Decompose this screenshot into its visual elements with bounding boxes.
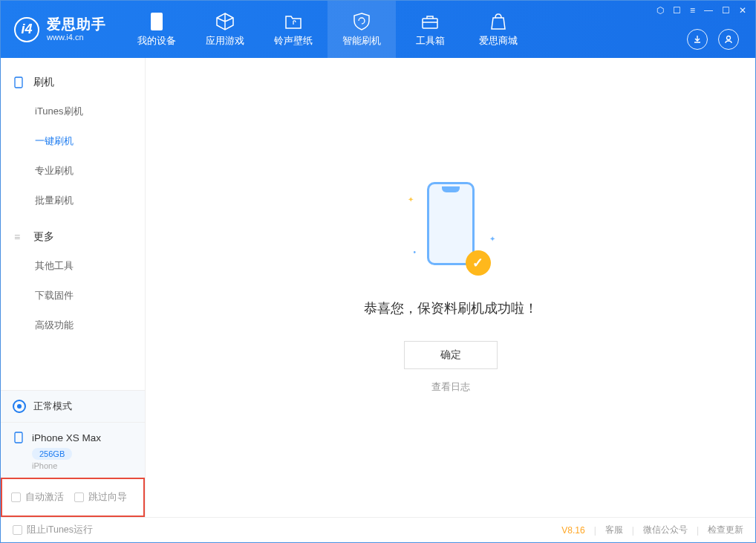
device-card[interactable]: iPhone XS Max 256GB iPhone <box>1 422 145 478</box>
section-label: 刷机 <box>33 76 54 89</box>
success-message: 恭喜您，保资料刷机成功啦！ <box>364 299 538 317</box>
options-row: 自动激活 跳过向导 <box>1 478 145 517</box>
tab-flash[interactable]: 智能刷机 <box>328 1 396 58</box>
phone-icon <box>14 77 26 88</box>
device-phone-icon <box>13 432 25 443</box>
nav-tabs: 我的设备 应用游戏 铃声壁纸 智能刷机 工具箱 爱思商城 <box>123 1 532 58</box>
close-button[interactable]: ✕ <box>739 5 746 16</box>
support-link[interactable]: 客服 <box>605 524 623 536</box>
wechat-link[interactable]: 微信公众号 <box>643 524 688 536</box>
sidebar-item-pro-flash[interactable]: 专业刷机 <box>1 156 145 186</box>
svg-rect-0 <box>151 13 163 30</box>
svg-rect-1 <box>423 19 437 28</box>
download-button[interactable] <box>687 29 708 50</box>
tab-label: 我的设备 <box>137 35 176 48</box>
sidebar-item-batch-flash[interactable]: 批量刷机 <box>1 186 145 215</box>
version-label: V8.16 <box>561 525 584 536</box>
sidebar-section-more: ≡ 更多 <box>1 223 145 251</box>
music-folder-icon <box>284 12 303 31</box>
tab-my-device[interactable]: 我的设备 <box>123 1 191 58</box>
tab-label: 铃声壁纸 <box>274 35 313 48</box>
tshirt-icon[interactable]: ⬡ <box>656 5 664 16</box>
app-subtitle: www.i4.cn <box>47 33 106 42</box>
check-icon: ✓ <box>466 250 491 276</box>
sidebar-item-download-firmware[interactable]: 下载固件 <box>1 281 145 310</box>
list-icon: ≡ <box>14 231 26 243</box>
svg-rect-3 <box>15 77 22 88</box>
device-name: iPhone XS Max <box>32 432 101 443</box>
sidebar-item-advanced[interactable]: 高级功能 <box>1 310 145 340</box>
logo[interactable]: i4 爱思助手 www.i4.cn <box>1 1 120 58</box>
sidebar-item-other-tools[interactable]: 其他工具 <box>1 251 145 281</box>
block-itunes-checkbox[interactable]: 阻止iTunes运行 <box>13 524 93 536</box>
window-controls: ⬡ ☐ ≡ — ☐ ✕ <box>648 1 755 20</box>
sparkle-icon: • <box>414 248 417 256</box>
tab-apps[interactable]: 应用游戏 <box>191 1 259 58</box>
mode-icon <box>13 400 26 413</box>
mode-bar[interactable]: 正常模式 <box>1 390 145 422</box>
tab-ringtones[interactable]: 铃声壁纸 <box>259 1 328 58</box>
maximize-button[interactable]: ☐ <box>722 5 730 16</box>
sidebar: 刷机 iTunes刷机 一键刷机 专业刷机 批量刷机 ≡ 更多 其他工具 下载固… <box>1 58 146 517</box>
minimize-button[interactable]: — <box>704 5 713 16</box>
mode-label: 正常模式 <box>33 400 72 413</box>
device-type: iPhone <box>32 461 133 470</box>
main-content: ✦ ✦ • ✓ 恭喜您，保资料刷机成功啦！ 确定 查看日志 <box>146 58 755 517</box>
sparkle-icon: ✦ <box>489 235 495 243</box>
sidebar-section-flash: 刷机 <box>1 68 145 97</box>
user-button[interactable] <box>718 29 739 50</box>
tab-store[interactable]: 爱思商城 <box>464 1 532 58</box>
device-icon <box>147 12 166 31</box>
success-illustration: ✦ ✦ • ✓ <box>406 182 495 279</box>
svg-rect-4 <box>15 432 22 443</box>
logo-icon: i4 <box>14 17 39 42</box>
ok-button[interactable]: 确定 <box>404 341 498 369</box>
footer: 阻止iTunes运行 V8.16 | 客服 | 微信公众号 | 检查更新 <box>1 517 755 542</box>
sparkle-icon: ✦ <box>408 195 414 204</box>
tab-label: 爱思商城 <box>479 35 518 48</box>
toolbox-icon <box>420 12 440 31</box>
section-label: 更多 <box>33 230 54 244</box>
tab-label: 工具箱 <box>416 35 445 48</box>
bag-icon <box>489 12 508 31</box>
cube-icon <box>215 12 235 31</box>
feedback-icon[interactable]: ☐ <box>673 5 681 16</box>
skip-guide-checkbox[interactable]: 跳过向导 <box>74 491 127 504</box>
shield-refresh-icon <box>352 12 371 31</box>
tab-label: 智能刷机 <box>342 35 381 48</box>
check-update-link[interactable]: 检查更新 <box>708 524 743 536</box>
view-log-link[interactable]: 查看日志 <box>431 381 470 394</box>
svg-point-2 <box>727 36 731 39</box>
device-storage: 256GB <box>32 448 72 460</box>
sidebar-item-oneclick-flash[interactable]: 一键刷机 <box>1 126 145 156</box>
app-title: 爱思助手 <box>47 17 106 33</box>
tab-label: 应用游戏 <box>206 35 244 48</box>
header: i4 爱思助手 www.i4.cn 我的设备 应用游戏 铃声壁纸 智能刷机 工具… <box>1 1 755 58</box>
auto-activate-checkbox[interactable]: 自动激活 <box>11 491 64 504</box>
tab-toolbox[interactable]: 工具箱 <box>396 1 464 58</box>
sidebar-item-itunes-flash[interactable]: iTunes刷机 <box>1 97 145 126</box>
menu-icon[interactable]: ≡ <box>690 5 695 16</box>
